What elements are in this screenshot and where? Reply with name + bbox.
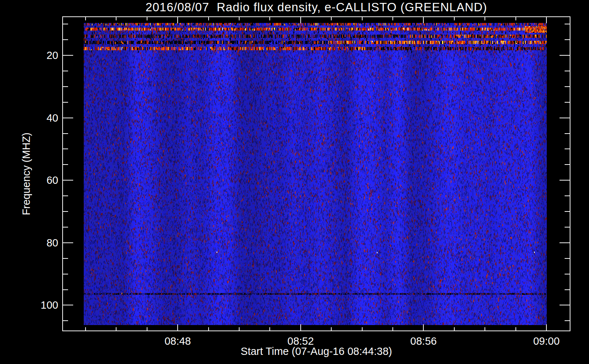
x-minor-tick <box>392 17 393 20</box>
y-minor-tick <box>565 102 570 103</box>
y-tick-label: 40 <box>22 112 58 123</box>
x-major-tick <box>177 324 178 331</box>
y-minor-tick <box>63 133 68 134</box>
y-major-tick <box>560 118 570 118</box>
x-minor-tick <box>515 17 516 20</box>
x-axis-title: Start Time (07-Aug-16 08:44:38) <box>62 345 570 357</box>
y-major-tick <box>63 242 73 243</box>
y-minor-tick <box>565 211 570 212</box>
y-minor-tick <box>565 71 570 71</box>
y-major-tick <box>63 180 73 181</box>
x-major-tick <box>546 17 547 23</box>
x-minor-tick <box>362 327 363 331</box>
x-minor-tick <box>85 327 86 331</box>
y-major-tick <box>560 305 570 305</box>
y-minor-tick <box>565 86 570 87</box>
y-minor-tick <box>63 227 68 228</box>
x-major-tick <box>423 17 424 23</box>
x-minor-tick <box>454 327 455 331</box>
y-minor-tick <box>63 86 68 87</box>
y-major-tick <box>63 118 73 118</box>
y-minor-tick <box>63 258 68 259</box>
x-minor-tick <box>116 327 116 331</box>
x-minor-tick <box>147 17 147 20</box>
spectrogram-figure: 2016/08/07 Radio flux density, e-CALLIST… <box>0 0 589 364</box>
x-major-tick <box>546 324 547 331</box>
y-minor-tick <box>63 320 68 321</box>
x-minor-tick <box>147 327 147 331</box>
y-minor-tick <box>63 24 68 24</box>
x-minor-tick <box>239 327 240 331</box>
y-minor-tick <box>565 289 570 290</box>
y-minor-tick <box>565 133 570 134</box>
y-tick-label: 60 <box>22 175 58 186</box>
y-minor-tick <box>63 274 68 274</box>
y-tick-label: 100 <box>22 300 58 310</box>
x-minor-tick <box>362 17 363 20</box>
y-major-tick <box>560 242 570 243</box>
y-minor-tick <box>565 258 570 259</box>
y-axis-title-wrap: Frequency (MHZ) <box>18 16 34 331</box>
y-minor-tick <box>565 164 570 165</box>
x-major-tick <box>300 17 301 23</box>
y-major-tick <box>63 55 73 56</box>
y-minor-tick <box>63 102 68 103</box>
x-minor-tick <box>208 17 209 20</box>
x-minor-tick <box>85 17 86 20</box>
y-minor-tick <box>63 211 68 212</box>
y-tick-label: 80 <box>22 237 58 248</box>
y-minor-tick <box>565 320 570 321</box>
y-major-tick <box>560 55 570 56</box>
x-minor-tick <box>331 327 332 331</box>
plot-frame <box>62 16 570 331</box>
y-minor-tick <box>565 24 570 24</box>
y-minor-tick <box>63 195 68 196</box>
y-major-tick <box>560 180 570 181</box>
x-minor-tick <box>485 327 485 331</box>
y-minor-tick <box>63 289 68 290</box>
x-minor-tick <box>454 17 455 20</box>
y-tick-label: 20 <box>22 50 58 61</box>
y-axis-title: Frequency (MHZ) <box>20 132 32 215</box>
x-major-tick <box>177 17 178 23</box>
y-major-tick <box>63 305 73 305</box>
x-minor-tick <box>269 327 270 331</box>
y-minor-tick <box>565 274 570 274</box>
x-minor-tick <box>269 17 270 20</box>
x-minor-tick <box>485 17 485 20</box>
x-minor-tick <box>208 327 209 331</box>
y-minor-tick <box>565 195 570 196</box>
y-minor-tick <box>63 39 68 40</box>
x-minor-tick <box>515 327 516 331</box>
y-minor-tick <box>63 149 68 149</box>
x-minor-tick <box>239 17 240 20</box>
y-minor-tick <box>63 71 68 71</box>
x-minor-tick <box>392 327 393 331</box>
x-major-tick <box>300 324 301 331</box>
chart-title: 2016/08/07 Radio flux density, e-CALLIST… <box>62 0 570 14</box>
y-minor-tick <box>63 164 68 165</box>
y-minor-tick <box>565 227 570 228</box>
x-minor-tick <box>116 17 116 20</box>
y-minor-tick <box>565 149 570 149</box>
y-minor-tick <box>565 39 570 40</box>
x-major-tick <box>423 324 424 331</box>
x-minor-tick <box>331 17 332 20</box>
